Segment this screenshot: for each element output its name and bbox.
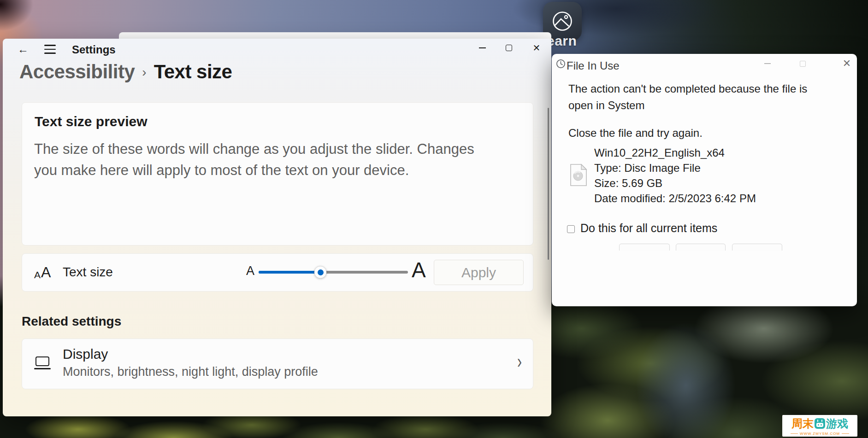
apply-button[interactable]: Apply [434, 260, 524, 285]
settings-titlebar: ← Settings ✕ [3, 39, 551, 59]
file-type: Type: Disc Image File [594, 160, 756, 175]
dialog-maximize-button [791, 54, 815, 73]
dialog-minimize-button [756, 54, 779, 73]
clock-icon [556, 59, 566, 70]
dialog-instruction: Close the file and try again. [568, 127, 703, 140]
related-settings-heading: Related settings [22, 314, 121, 329]
settings-window-title: Settings [72, 43, 116, 56]
display-row-title: Display [63, 346, 108, 362]
navigation-menu-button[interactable] [39, 41, 61, 58]
hamburger-icon [44, 45, 56, 46]
display-icon [34, 356, 52, 371]
file-name: Win10_22H2_English_x64 [594, 145, 756, 160]
dialog-button-stub-1[interactable] [619, 244, 670, 251]
maximize-button[interactable] [496, 39, 522, 57]
text-size-icon: A A [34, 264, 57, 282]
file-details: Win10_22H2_English_x64 Type: Disc Image … [594, 145, 756, 206]
minimize-icon [764, 63, 771, 64]
breadcrumb-accessibility[interactable]: Accessibility [19, 61, 135, 83]
maximize-icon [506, 45, 512, 51]
display-settings-row[interactable]: Display Monitors, brightness, night ligh… [22, 339, 533, 389]
settings-scrollbar[interactable] [548, 108, 549, 260]
dialog-button-stub-3[interactable] [732, 244, 782, 251]
do-this-for-all-checkbox[interactable] [567, 225, 575, 233]
desktop: earn ← Settings ✕ Accessibility › Text s… [0, 0, 868, 438]
watermark-text-2: 游戏 [826, 416, 848, 431]
close-button[interactable]: ✕ [524, 39, 549, 57]
slider-thumb[interactable] [314, 266, 327, 279]
maximize-icon [800, 61, 806, 67]
close-icon: ✕ [533, 42, 541, 53]
image-placeholder-icon [551, 10, 573, 32]
dialog-button-stub-2[interactable] [676, 244, 726, 251]
file-in-use-dialog: File In Use ✕ The action can't be comple… [552, 54, 857, 306]
display-row-subtitle: Monitors, brightness, night light, displ… [63, 365, 318, 379]
dialog-titlebar: File In Use ✕ [552, 54, 857, 74]
arrow-left-icon: ← [18, 43, 29, 56]
apply-to-all-row: Do this for all current items [567, 222, 717, 235]
breadcrumb-text-size: Text size [154, 61, 232, 83]
slider-max-label: A [412, 257, 426, 282]
breadcrumb: Accessibility › Text size [19, 61, 232, 83]
preview-card-body: The size of these words will change as y… [34, 139, 486, 181]
dialog-message: The action can't be completed because th… [568, 81, 829, 114]
watermark-text-1: 周末 [791, 416, 814, 431]
preview-card-title: Text size preview [35, 114, 148, 129]
text-size-preview-card: Text size preview The size of these word… [22, 102, 533, 245]
minimize-button[interactable] [469, 39, 495, 57]
disc-image-file-icon [569, 164, 588, 188]
file-modified: Date modified: 2/5/2023 6:42 PM [594, 191, 756, 206]
site-watermark: 周末 游戏 WWW.ZMYSM.COM [782, 415, 857, 437]
settings-window: ← Settings ✕ Accessibility › Text size T… [3, 39, 551, 416]
watermark-url: WWW.ZMYSM.COM [800, 432, 840, 436]
file-size: Size: 5.69 GB [594, 175, 756, 191]
breadcrumb-separator-icon: › [142, 65, 146, 80]
dialog-title: File In Use [567, 59, 620, 72]
text-size-label: Text size [63, 265, 113, 280]
dialog-close-button[interactable]: ✕ [835, 54, 857, 73]
text-size-setting-row: A A Text size A A Apply [22, 253, 533, 292]
text-size-slider[interactable] [259, 271, 408, 274]
slider-fill [259, 271, 320, 274]
gamepad-calendar-icon [815, 418, 825, 429]
back-button[interactable]: ← [13, 41, 33, 58]
close-icon: ✕ [843, 58, 851, 70]
chevron-right-icon: › [517, 350, 522, 373]
slider-min-label: A [246, 264, 254, 278]
checkbox-label: Do this for all current items [580, 222, 717, 235]
minimize-icon [479, 47, 486, 48]
